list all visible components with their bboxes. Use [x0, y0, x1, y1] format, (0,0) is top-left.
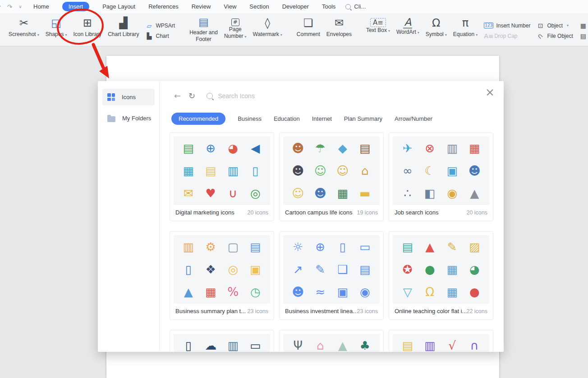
scroll-seal-icon: ▤ — [205, 165, 216, 177]
badge-gradcap-icon: ✪ — [403, 264, 413, 275]
envelopes-button[interactable]: ✉Envelopes — [323, 14, 355, 44]
wordart-button[interactable]: AWordArt▾ — [393, 14, 423, 44]
interview-table-icon: ◧ — [424, 187, 436, 199]
undo-icon[interactable]: ↶ — [0, 3, 1, 10]
tab-recommended[interactable]: Recommended — [171, 113, 225, 125]
resume-icon: ▯ — [185, 340, 192, 351]
chevron-down-icon[interactable]: ∨ — [18, 4, 22, 9]
shapes-button[interactable]: ◱Shapes▾ — [42, 14, 70, 44]
menu-tab-home[interactable]: Home — [33, 2, 49, 11]
menu-tab-developer[interactable]: Developer — [282, 2, 309, 11]
icon-library-button[interactable]: ⊞Icon Library — [70, 14, 105, 44]
tab-internet[interactable]: Internet — [312, 115, 332, 122]
boy-with-book-icon: ☻ — [314, 187, 326, 199]
puzzle-icon: ❑ — [337, 264, 348, 275]
menu-tab-review[interactable]: Review — [192, 2, 211, 11]
icon-pack-card-partial[interactable]: Ψ⌂▲♣ — [279, 330, 384, 352]
menu-search[interactable]: Cli... — [345, 3, 366, 10]
wpsart-button[interactable]: ▱WPSArt — [143, 22, 178, 30]
globe-pin-icon: ⊕ — [315, 241, 325, 253]
bookshelf-icon: ▤ — [359, 142, 371, 154]
books-star-icon: ▤ — [402, 241, 413, 253]
icon-pack-card-business-investment-linea[interactable]: ☼⊕▯▭↗✎❑▤☻≈▣◉Business investment linea...… — [279, 231, 384, 320]
monitor-arrows-icon: ▦ — [183, 165, 194, 177]
presenter-icon: ☻ — [469, 165, 481, 177]
symbol-button[interactable]: ΩSymbol▾ — [423, 14, 450, 44]
target-icon: ◎ — [250, 187, 261, 199]
menu-search-label: Cli... — [354, 3, 366, 10]
file-object-icon: ⊂ — [536, 31, 546, 41]
icon-pack-card-partial[interactable]: ▤▥√∩ — [389, 330, 493, 352]
dropdown-caret-icon: ▾ — [476, 33, 478, 37]
refresh-icon[interactable]: ↻ — [188, 92, 195, 100]
icon-pack-card-partial[interactable]: ▯☁▥▭ — [170, 330, 274, 352]
menu-tab-page-layout[interactable]: Page Layout — [102, 2, 135, 11]
menu-tab-view[interactable]: View — [224, 2, 236, 11]
screenshot-button[interactable]: ✂Screenshot▾ — [5, 14, 42, 44]
icon-pack-card-digital-marketing-icons[interactable]: ▤⊕◕◀▦▤▥▯✉♥∪◎Digital marketing icons20 ic… — [170, 132, 274, 221]
idea-bulb-icon: ☼ — [293, 241, 303, 253]
tab-education[interactable]: Education — [274, 115, 300, 122]
icon-search-input[interactable] — [217, 92, 354, 100]
ribbon-group: ✂Screenshot▾◱Shapes▾⊞Icon Library▟Chart … — [5, 14, 178, 44]
equation-button[interactable]: πEquation▾ — [450, 14, 481, 44]
presentation-easel-icon: ▥ — [227, 340, 239, 351]
drop-cap-button[interactable]: A≡Drop Cap — [482, 32, 533, 40]
insert-number-button[interactable]: 123Insert Number — [482, 22, 533, 30]
tab-arrow-number[interactable]: Arrow/Number — [395, 115, 432, 122]
chart-button[interactable]: ▙Chart — [143, 32, 178, 40]
text-box-button[interactable]: A≡Text Box▾ — [363, 14, 393, 44]
video-interview-icon: ▣ — [446, 165, 458, 177]
menu-tab-insert[interactable]: Insert — [62, 2, 90, 11]
back-icon[interactable]: ← — [174, 92, 181, 100]
wordart-label: WordArt▾ — [396, 29, 419, 36]
globe-checklist-icon: ◕ — [469, 264, 480, 275]
icon-pack-card-business-summary-plan-t[interactable]: ▥⚙▢▤▯❖◎▣▲▦%◷Business summary plan t...23… — [170, 231, 274, 320]
book-row-icon: ▥ — [424, 340, 436, 351]
close-icon[interactable]: × — [485, 87, 495, 98]
header-and-footer-button[interactable]: ▤Header andFooter — [186, 14, 221, 44]
icon-pack-count: 20 icons — [466, 209, 487, 216]
menu-tab-references[interactable]: References — [148, 2, 178, 11]
sidebar-item-icons[interactable]: Icons — [102, 89, 155, 105]
icon-pack-count: 23 icons — [357, 308, 378, 314]
icon-pack-card-job-search-icons[interactable]: ✈⊗▥▦∞☾▣☻∴◧◉▲Job search icons20 icons — [389, 132, 493, 221]
tab-plan-summary[interactable]: Plan Summary — [344, 115, 382, 122]
icon-pack-title: Online teaching color flat i... — [395, 308, 466, 314]
date-and-time-icon: ▦ — [579, 23, 587, 29]
page-number-button[interactable]: #PageNumber▾ — [221, 14, 250, 44]
quick-parts-button[interactable]: ▤Quick Parts▾ — [577, 32, 588, 40]
tab-business[interactable]: Business — [238, 115, 262, 122]
object-button[interactable]: ⊡Object▾ — [534, 22, 575, 30]
certificate-icon: ▤ — [359, 264, 371, 275]
icon-pack-card-cartoon-campus-life-icons[interactable]: ☻☂◆▤☻☺☺⌂☺☻▦▬Cartoon campus life icons19 … — [279, 132, 384, 221]
globe-icon: ⊕ — [206, 142, 216, 154]
icon-pack-count: 23 icons — [247, 308, 268, 314]
menu-tab-section[interactable]: Section — [249, 2, 269, 11]
coins-chart-icon: ≈ — [315, 286, 325, 298]
pine-tree-icon: ▲ — [338, 340, 347, 351]
calendar-check-icon: ▦ — [469, 142, 480, 154]
chart-label: Chart — [156, 33, 169, 39]
ribbon-group: ▤Header andFooter#PageNumber▾◊Watermark▾ — [186, 14, 285, 44]
shapes-label: Shapes▾ — [46, 31, 67, 38]
date-and-time-button[interactable]: ▦Date and Time — [577, 22, 588, 30]
dropdown-caret-icon: ▾ — [388, 29, 390, 33]
sidebar-item-label: My Folders — [122, 115, 151, 122]
menu-tab-tools[interactable]: Tools — [322, 2, 335, 11]
icon-pack-caption: Job search icons20 icons — [389, 205, 493, 216]
file-object-button[interactable]: ⊂File Object — [534, 32, 575, 40]
header-and-footer-label: Header andFooter — [189, 29, 218, 43]
comment-button[interactable]: ❏Comment — [294, 14, 323, 44]
icon-search — [207, 92, 354, 100]
watermark-button[interactable]: ◊Watermark▾ — [250, 14, 285, 44]
waving-girl-icon: ☺ — [292, 187, 304, 199]
target-icon: ◉ — [360, 286, 370, 298]
sidebar-item-my-folders[interactable]: My Folders — [102, 110, 155, 127]
icon-pack-card-online-teaching-color-flat-i[interactable]: ▤▲✎▨✪●▦◕▽Ω▦●Online teaching color flat i… — [389, 231, 493, 320]
redo-icon[interactable]: ↷ — [7, 3, 13, 10]
icon-pack-preview: ▤▲✎▨✪●▦◕▽Ω▦● — [393, 235, 489, 304]
watermark-label: Watermark▾ — [253, 31, 282, 38]
chart-library-button[interactable]: ▟Chart Library — [105, 14, 142, 44]
layers-puzzle-icon: ❖ — [206, 264, 216, 275]
